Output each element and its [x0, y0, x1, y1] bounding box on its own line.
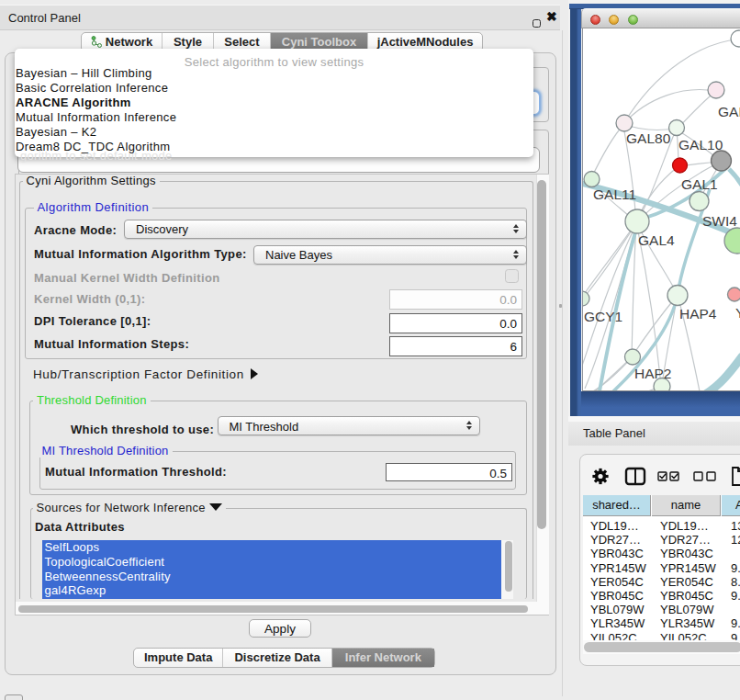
svg-text:GAL11: GAL11 [593, 186, 636, 202]
svg-text:GAL80: GAL80 [626, 130, 671, 146]
svg-text:GAL: GAL [718, 104, 740, 119]
svg-text:GAL1: GAL1 [681, 176, 718, 192]
svg-text:GAL4: GAL4 [638, 232, 675, 248]
svg-text:GAL10: GAL10 [678, 137, 723, 152]
svg-text:HAP2: HAP2 [634, 366, 672, 381]
svg-text:HAP4: HAP4 [679, 306, 717, 322]
svg-text:Y: Y [735, 305, 740, 321]
svg-text:SWI4: SWI4 [702, 213, 737, 229]
svg-text:GCY1: GCY1 [584, 309, 622, 324]
